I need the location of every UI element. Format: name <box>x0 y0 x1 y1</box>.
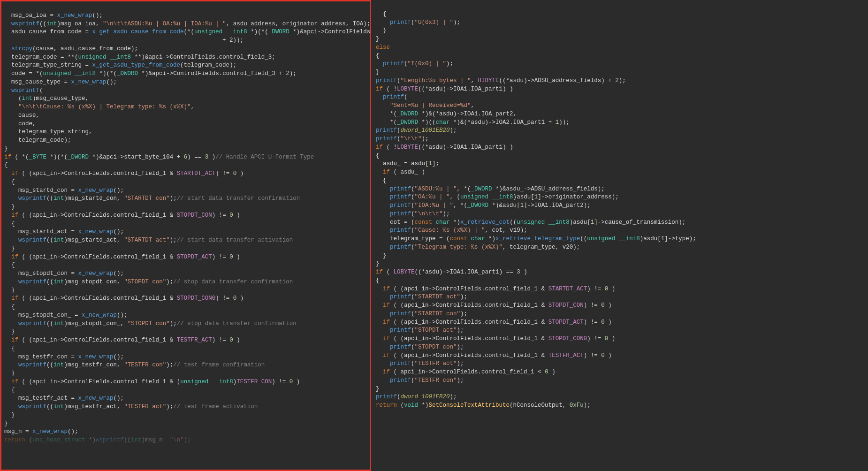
code-line: if ( (apci_in->ControlFields.control_fie… <box>376 302 612 309</box>
code-line: printf("Cause: %s (x%X) | ", cot, v19); <box>376 227 527 234</box>
code-line: else <box>376 44 390 51</box>
code-line: "Sent=%u | Received=%d", <box>376 102 474 109</box>
code-line: "\n\t\tCause: %s (x%X) | Telegram type: … <box>4 104 194 110</box>
code-line: msg_cause_type = x_new_wrap(); <box>4 79 117 85</box>
code-line: } <box>376 27 387 34</box>
code-line: msg_startd_con = x_new_wrap(); <box>4 187 124 194</box>
code-line: wsprintf((int)msg_startd_con, "STARTDT c… <box>4 195 300 202</box>
code-line: if ( LOBYTE((*asdu)->IOA1.IOA_part1) == … <box>376 269 527 275</box>
code-line: cot = (const char *)x_retrieve_cot((unsi… <box>376 219 685 226</box>
code-line: printf("TESTFR con"); <box>376 377 464 384</box>
code-line: } <box>4 370 15 377</box>
code-line: telegram_code = **(unsigned __int8 **)&a… <box>4 54 275 61</box>
code-line: } <box>4 204 15 210</box>
code-line: cause, <box>4 112 39 119</box>
code-line: (int)msg_cause_type, <box>4 95 89 102</box>
code-line: printf("U(0x3) | "); <box>376 19 460 26</box>
code-line: wsprintf((int)msg_oa_ioa, "\n\t\tASDU:%u… <box>4 21 370 27</box>
code-line: } <box>4 245 15 252</box>
code-line: wsprintf((int)msg_startd_act, "STARTDT a… <box>4 237 293 243</box>
code-line: printf("Length:%u bytes | ", HIBYTE((*as… <box>376 77 626 84</box>
code-line: wsprintf((int)msg_stopdt_con, "STOPDT co… <box>4 279 293 285</box>
code-line: msg_stopdt_con_ = x_new_wrap(); <box>4 312 128 319</box>
code-line: } <box>376 252 387 259</box>
left-code-pane[interactable]: msg_oa_ioa = x_new_wrap(); wsprintf((int… <box>0 0 371 471</box>
code-line: } <box>376 260 380 267</box>
code-line: msg_n = x_new_wrap(); <box>4 428 78 435</box>
code-line: wsprintf((int)msg_testfr_act, "TESTFR ac… <box>4 403 258 410</box>
code-line: if ( (apci_in->ControlFields.control_fie… <box>4 170 244 177</box>
code-line: { <box>4 162 8 168</box>
code-line: wsprintf( <box>4 87 43 94</box>
code-line: { <box>376 53 380 59</box>
code-line: *(_DWORD *)((char *)&(*asdu)->IOA2.IOA_p… <box>376 119 570 126</box>
code-line: if ( apci_in->ControlFields.control_fiel… <box>376 369 556 375</box>
code-line: { <box>4 304 15 310</box>
code-line: return (void *)SetConsoleTextAttribute(h… <box>376 402 591 409</box>
code-line: { <box>4 179 15 185</box>
right-code-pane[interactable]: { printf("U(0x3) | "); } } else { printf… <box>371 0 868 471</box>
code-line: if ( (apci_in->ControlFields.control_fie… <box>4 212 240 219</box>
code-line: telegram_type_string, <box>4 129 92 135</box>
code-line: printf("ASDU:%u | ", *(_DWORD *)&asdu_->… <box>376 186 605 192</box>
code-line: { <box>376 11 387 17</box>
code-line: { <box>376 152 380 159</box>
code-line: asdu_ = asdu[1]; <box>376 160 439 167</box>
code-line: { <box>4 220 15 227</box>
code-line: telegram_code); <box>4 137 71 144</box>
code-line: } <box>376 36 380 42</box>
code-line: msg_testfr_con = x_new_wrap(); <box>4 354 124 360</box>
code-line: } <box>376 386 380 392</box>
code-line: + 2)); <box>4 37 244 44</box>
code-line: printf("TESTFR act"); <box>376 360 464 367</box>
code-line: { <box>4 262 15 268</box>
code-line: if ( (apci_in->ControlFields.control_fie… <box>376 352 612 359</box>
code-line: } <box>376 69 380 76</box>
code-line: if ( asdu_ ) <box>376 169 425 175</box>
code-line: *(_DWORD *)&(*asdu)->IOA1.IOA_part2, <box>376 111 517 117</box>
code-line: if ( (apci_in->ControlFields.control_fie… <box>4 295 244 302</box>
code-line: printf(dword_1001EB20); <box>376 394 457 400</box>
code-line: if ( (apci_in->ControlFields.control_fie… <box>376 335 615 342</box>
code-line: } <box>4 412 15 418</box>
code-line: wsprintf((int)msg_testfr_con, "TESTFR co… <box>4 362 265 368</box>
code-line: printf(dword_1001EB20); <box>376 127 457 134</box>
code-line: if ( *(_BYTE *)(*(_DWORD *)&apci->start_… <box>4 154 314 160</box>
code-line: { <box>4 345 15 352</box>
code-line: printf("Telegram type: %s (x%X)", telegr… <box>376 244 580 251</box>
code-line: printf("STARTDT act"); <box>376 294 467 300</box>
code-line: code = *(unsigned __int8 *)(*(_DWORD *)&… <box>4 70 297 77</box>
code-line: printf("OA:%u | ", (unsigned __int8)asdu… <box>376 194 619 200</box>
code-line: if ( (apci_in->ControlFields.control_fie… <box>4 379 300 385</box>
code-line: printf("STOPDT con"); <box>376 344 464 350</box>
code-line: if ( (apci_in->ControlFields.control_fie… <box>4 254 240 260</box>
code-line: if ( !LOBYTE((*asdu)->IOA1.IOA_part1) ) <box>376 86 513 92</box>
code-line: telegram_type = (const char *)x_retrieve… <box>376 236 696 242</box>
code-line: printf("STARTDT con"); <box>376 311 467 317</box>
code-line: telegram_type_string = x_get_asdu_type_f… <box>4 62 236 68</box>
code-line: { <box>376 177 387 184</box>
code-line: printf("IOA:%u | ", *(_DWORD *)&asdu[1]-… <box>376 202 591 209</box>
code-line: if ( !LOBYTE((*asdu)->IOA1.IOA_part1) ) <box>376 144 513 151</box>
code-line: code, <box>4 121 36 127</box>
code-line: printf( <box>376 94 408 100</box>
code-line: if ( (apci_in->ControlFields.control_fie… <box>376 286 615 292</box>
code-line: { <box>4 387 15 394</box>
code-line: return (unc_hoan_struct *)wsprintf((int)… <box>4 437 191 443</box>
code-line: strcpy(cause, asdu_cause_from_code); <box>4 46 138 52</box>
code-line: asdu_cause_from_code = x_get_asdu_cause_… <box>4 29 371 35</box>
code-line: if ( (apci_in->ControlFields.control_fie… <box>4 337 240 343</box>
code-line: { <box>376 277 380 284</box>
code-line: } <box>4 328 15 335</box>
code-line: if ( (apci_in->ControlFields.control_fie… <box>376 319 612 326</box>
code-line: printf("\n\t\t"); <box>376 211 450 217</box>
code-line: printf("STOPDT act"); <box>376 327 464 334</box>
code-line: } <box>4 287 15 294</box>
code-line: printf("I(0x0) | "); <box>376 61 453 67</box>
code-line: msg_oa_ioa = x_new_wrap(); <box>4 12 103 19</box>
code-line: wsprintf((int)msg_stopdt_con_, "STOPDT c… <box>4 320 297 327</box>
code-line: msg_stopdt_con = x_new_wrap(); <box>4 270 124 277</box>
code-line: } <box>4 420 8 427</box>
code-line: msg_testfr_act = x_new_wrap(); <box>4 395 124 402</box>
code-line: msg_startd_act = x_new_wrap(); <box>4 228 124 235</box>
